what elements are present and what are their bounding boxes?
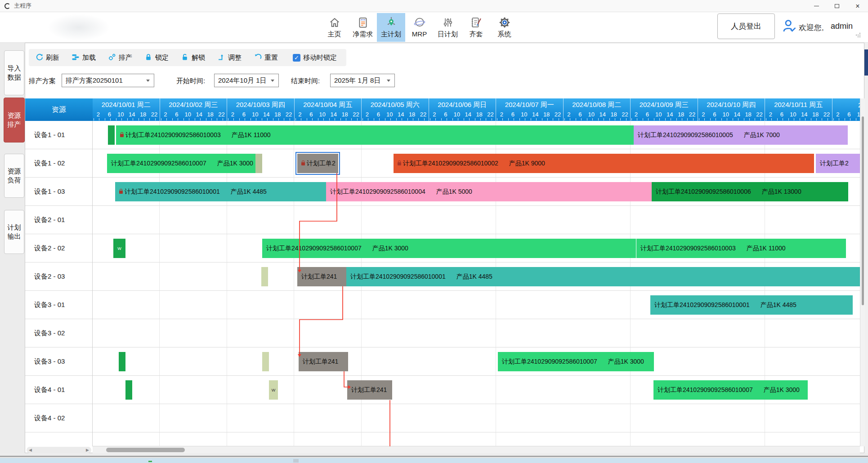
gantt-bar[interactable]: 计划工单24102909092586010001产品1K 4485 (115, 182, 326, 201)
nav-item-daily-plan[interactable]: 日计划 (434, 13, 462, 42)
logout-button[interactable]: 人员登出 (717, 13, 775, 39)
time-tick: 2 (567, 111, 570, 118)
lock-on-move-checkbox[interactable]: 移动时锁定 (293, 53, 337, 62)
nav-item-home[interactable]: 主页 (320, 13, 349, 42)
gantt-bar[interactable] (255, 154, 262, 173)
unlock-button[interactable]: 解锁 (181, 53, 205, 62)
gantt-bar[interactable]: 计划工单241 (299, 352, 348, 371)
end-time-value: 2025年 1月 8日 (334, 76, 380, 85)
gantt-bar[interactable]: 计划工单241 (347, 380, 392, 400)
start-time-value: 2024年10月 1日 (218, 76, 267, 85)
gantt-bar[interactable]: 计划工单24102909092586010006产品1K 13000 (652, 182, 848, 201)
mrp-globe-icon (412, 15, 427, 30)
lock-icon (119, 191, 123, 194)
gantt-bar[interactable]: 计划工单24102909092586010001产品1K 4485 (346, 267, 860, 286)
gantt-body: 设备1 - 01设备1 - 02设备1 - 03设备2 - 01设备2 - 02… (25, 121, 860, 446)
time-tick: 18 (274, 111, 281, 118)
bar-order-text: W (117, 246, 121, 251)
gantt-bar[interactable] (119, 352, 125, 371)
gantt-bar[interactable]: 计划工单24102909092586010007产品1K 3000 (107, 154, 255, 173)
end-time-select[interactable]: 2025年 1月 8日 (330, 74, 395, 87)
gantt-bar[interactable]: 计划工单24102909092586010003产品1K 11000 (636, 239, 846, 258)
nav-item-kitting[interactable]: 齐套 (462, 13, 490, 42)
gantt-bar[interactable]: W (269, 380, 278, 400)
gantt-bar[interactable] (261, 267, 268, 286)
gantt-bar[interactable]: 计划工单24102909092586010007产品1K 3000 (653, 380, 808, 400)
plan-select[interactable]: 排产方案20250101 (62, 74, 154, 87)
time-tick: 2 (366, 111, 369, 118)
minimize-button[interactable] (806, 0, 827, 12)
time-tick: 10 (117, 111, 124, 118)
toolbar-label: 锁定 (155, 53, 169, 62)
gantt-date-columns: 2024/10/01 周二26101418222024/10/02 周三2610… (93, 98, 860, 121)
vertical-scrollbar[interactable] (860, 98, 865, 446)
time-tick: 6 (242, 111, 246, 118)
refresh-button[interactable]: 刷新 (35, 53, 59, 62)
date-column: 2024/10/07 周一2610141822 (496, 98, 564, 121)
resource-row-label: 设备2 - 02 (25, 234, 92, 263)
username-text: admin (831, 22, 853, 31)
bar-order-text: 计划工单2 (307, 160, 336, 168)
load-button[interactable]: 加载 (72, 53, 96, 62)
gantt-bar[interactable] (108, 125, 115, 145)
horizontal-scrollbar[interactable] (93, 446, 860, 453)
time-tick: 18 (409, 111, 415, 118)
sidebar-tab-import-data[interactable]: 导入数据 (4, 50, 24, 95)
gantt-bar[interactable]: 计划工单24102909092586010003产品1K 11000 (116, 125, 634, 145)
reset-button[interactable]: 重置 (254, 53, 278, 62)
resource-column-scrollbar[interactable]: ◀ ▶ (27, 447, 91, 453)
bar-order-text: 计划工单2 (820, 160, 849, 168)
resource-row-label: 设备2 - 01 (25, 206, 92, 234)
sidebar-tab-resource-scheduling[interactable]: 资源排产 (4, 98, 25, 142)
lock-button[interactable]: 锁定 (144, 53, 169, 62)
time-tick: 18 (341, 111, 348, 118)
end-time-label: 结束时间: (291, 77, 320, 85)
nav-item-net-demand[interactable]: 净需求 (349, 13, 377, 42)
vertical-scrollbar-thumb[interactable] (862, 116, 864, 305)
adjust-button[interactable]: 调整 (217, 53, 242, 62)
nav-item-master-plan[interactable]: 主计划 (377, 13, 405, 42)
bar-order-text: 计划工单24102909092586010004 (330, 188, 425, 196)
scroll-right-icon[interactable]: ▶ (86, 448, 89, 452)
gantt-bar[interactable]: 计划工单2 (816, 154, 860, 173)
nav-label: 净需求 (353, 30, 373, 39)
scroll-left-icon[interactable]: ◀ (29, 448, 32, 452)
time-tick: 18 (476, 111, 482, 118)
gantt-bar[interactable]: 计划工单2 (297, 154, 338, 173)
master-plan-icon (384, 15, 398, 30)
gantt-bar[interactable] (262, 352, 269, 371)
time-tick: 2 (702, 111, 705, 118)
time-tick: 18 (610, 111, 617, 118)
close-button[interactable]: × (847, 0, 868, 12)
tick-marks (833, 118, 860, 120)
gantt-bar[interactable]: 计划工单24102909092586010001产品1K 4485 (650, 295, 853, 315)
gantt-bar[interactable]: 计划工单24102909092586010002产品1K 9000 (394, 154, 814, 173)
horizontal-scrollbar-thumb[interactable] (106, 448, 185, 452)
sidebar-tab-plan-output[interactable]: 计划输出 (4, 210, 24, 254)
gantt-bar[interactable]: 计划工单24102909092586010007产品1K 3000 (262, 239, 636, 258)
gantt-bar[interactable]: 计划工单24102909092586010004产品1K 5000 (326, 182, 652, 201)
gantt-bar[interactable]: 计划工单24102909092586010005产品1K 7000 (634, 125, 848, 145)
gantt-bar[interactable]: 计划工单24102909092586010007产品1K 3000 (498, 352, 654, 371)
nav-label: 主计划 (381, 30, 401, 39)
bar-product-text: 产品1K 5000 (436, 188, 472, 196)
time-tick: 2 (164, 111, 167, 118)
bar-order-text: 计划工单241 (351, 386, 387, 394)
nav-item-mrp[interactable]: MRP (405, 13, 434, 42)
maximize-button[interactable] (827, 0, 847, 12)
time-tick: 14 (196, 111, 202, 118)
time-tick: 2 (635, 111, 638, 118)
start-time-select[interactable]: 2024年10月 1日 (214, 74, 279, 87)
gantt-bar[interactable] (125, 380, 132, 400)
nav-item-system[interactable]: 系统 (490, 13, 519, 42)
bar-product-text: 产品1K 4485 (231, 188, 267, 196)
bar-product-text: 产品1K 4485 (456, 273, 492, 281)
bar-product-text: 产品1K 3000 (764, 386, 800, 394)
schedule-button[interactable]: 排产 (108, 53, 132, 62)
app-icon (4, 3, 10, 9)
date-label: 2024 (832, 98, 860, 110)
date-label: 2024/10/03 周四 (227, 98, 294, 110)
gantt-bar[interactable]: 计划工单241 (297, 267, 346, 286)
sidebar-tab-resource-load[interactable]: 资源负荷 (4, 154, 24, 198)
gantt-bar[interactable]: W (113, 239, 125, 258)
